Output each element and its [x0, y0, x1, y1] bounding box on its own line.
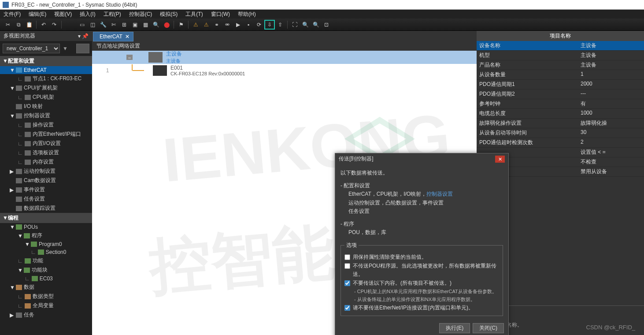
tree-item-io-set[interactable]: ∟内置I/O设置 — [0, 139, 92, 148]
wrench-icon[interactable]: 🔧 — [98, 20, 108, 30]
tree-item-ctrl-set[interactable]: ▼控制器设置 — [0, 111, 92, 120]
crop-icon[interactable]: ⛶ — [289, 20, 300, 30]
checkbox-row-3[interactable]: 不要传送以下内容。(所有项目不被传送。) — [344, 279, 499, 287]
checkbox-row-4[interactable]: 请不要传送EtherNet/IP连接设置(内置端口和单元)。 — [344, 304, 499, 312]
chk-no-transfer[interactable] — [344, 280, 350, 286]
chk-clear-vars[interactable] — [344, 254, 350, 260]
menu-edit[interactable]: 编辑(E) — [29, 11, 46, 18]
cut-icon[interactable]: ✂ — [3, 20, 13, 30]
tree-group-config[interactable]: ▼配置和设置 — [0, 56, 92, 66]
close-icon[interactable]: ✕ — [495, 156, 505, 163]
tree-item-pous[interactable]: ▼POUs — [0, 223, 92, 231]
property-row[interactable]: PDO通信周期2--- — [477, 89, 644, 99]
tab-ethercat[interactable]: EtherCAT ✕ — [93, 32, 133, 41]
tree-item-opt-set[interactable]: ∟选项板设置 — [0, 148, 92, 157]
menu-file[interactable]: 文件(F) — [4, 11, 21, 18]
pin-icon[interactable]: ▾ 📌 — [78, 33, 89, 39]
search-icon[interactable]: 🔍 — [151, 20, 161, 30]
property-row[interactable]: 故障弱化操作设置故障弱化操 — [477, 119, 644, 128]
topo-node1-row[interactable]: 1 E001 CK-FR03-EC128 Rev:0x00000001 — [92, 64, 477, 77]
dialog-titlebar[interactable]: 传送[到控制器] ✕ — [335, 153, 508, 164]
tree-item-task[interactable]: 任务设置 — [0, 194, 92, 204]
zoom-in-icon[interactable]: 🔍 — [300, 20, 311, 30]
tree-item-func[interactable]: ∟功能 — [0, 256, 92, 265]
menu-help[interactable]: 帮助(H) — [238, 11, 256, 18]
zoom-fit-icon[interactable]: ⊡ — [321, 20, 332, 30]
tree-item-data[interactable]: ▼数据 — [0, 283, 92, 292]
property-row[interactable]: PDO通信超时检测次数2 — [477, 138, 644, 148]
network-icon[interactable]: ⊞ — [119, 20, 130, 30]
execute-button[interactable]: 执行(E) — [439, 323, 470, 333]
tree-item-prog[interactable]: ▼程序 — [0, 231, 92, 240]
zoom-out-icon[interactable]: 🔍 — [311, 20, 321, 30]
prop-key: 机型 — [477, 51, 578, 60]
dropdown-icon[interactable]: ▼ — [63, 45, 68, 52]
warn-icon[interactable]: ⚠ — [190, 20, 201, 30]
collapse-icon[interactable]: – — [126, 55, 133, 60]
link-icon[interactable]: ⚭ — [211, 20, 222, 30]
controller-dropdown[interactable]: new_Controller_1 — [3, 44, 60, 53]
tree-item-gvar[interactable]: ∟全局变量 — [0, 301, 92, 310]
menu-sim[interactable]: 模拟(S) — [160, 11, 178, 18]
module-icon[interactable]: ▦ — [140, 20, 151, 30]
tree-item-section0[interactable]: ∟Section0 — [0, 248, 92, 256]
property-row[interactable]: 从设备数量1 — [477, 70, 644, 80]
chk-no-pou-src[interactable] — [344, 263, 350, 269]
tree-item-io-map[interactable]: I/O 映射 — [0, 102, 92, 111]
play-icon[interactable]: ▶ — [233, 20, 243, 30]
menu-controller[interactable]: 控制器(C) — [129, 11, 152, 18]
box-icon[interactable]: ▪ — [243, 20, 254, 30]
checkbox-row-1[interactable]: 用保持属性清除变量的当前值。 — [344, 253, 499, 261]
topo-master-row[interactable]: – 主设备 主设备 — [92, 51, 477, 64]
panel-icon[interactable]: ◫ — [87, 20, 98, 30]
property-row[interactable]: PDO通信周期12000 — [477, 80, 644, 89]
tree-item-enip[interactable]: ∟内置EtherNet/IP端口 — [0, 130, 92, 139]
warn2-icon[interactable]: ⚠ — [201, 20, 211, 30]
stop-icon[interactable]: ⬤ — [161, 20, 172, 30]
tree-item-node1[interactable]: ∟节点1 : CK-FR03-EC — [0, 74, 92, 83]
tree-item-trace[interactable]: 数据跟踪设置 — [0, 204, 92, 213]
menu-insert[interactable]: 插入(I) — [80, 11, 95, 18]
tree-item-mem-set[interactable]: ∟内存设置 — [0, 157, 92, 167]
undo-icon[interactable]: ↶ — [38, 20, 49, 30]
property-row[interactable]: 设备名称主设备 — [477, 41, 644, 51]
sync-icon[interactable]: ⟳ — [254, 20, 264, 30]
chip-icon[interactable]: ▣ — [130, 20, 140, 30]
link2-icon[interactable]: ⚮ — [222, 20, 233, 30]
property-row[interactable]: 参考时钟有 — [477, 99, 644, 109]
property-row[interactable]: 电缆总长度1000 — [477, 109, 644, 119]
checkbox-row-2[interactable]: 不传送POU程序源。当此选项被更改时，所有数据将被重新传送。 — [344, 262, 499, 279]
tree-item-motion[interactable]: ▶运动控制设置 — [0, 167, 92, 176]
menu-project[interactable]: 工程(P) — [104, 11, 121, 18]
menu-view[interactable]: 视图(V) — [54, 11, 72, 18]
tree-item-ec03[interactable]: ∟EC03 — [0, 275, 92, 283]
close-button[interactable]: 关闭(C) — [473, 323, 504, 333]
tree-item-op-set[interactable]: ∟操作设置 — [0, 120, 92, 130]
tree-item-program0[interactable]: ▼Program0 — [0, 240, 92, 248]
slave-device-icon — [153, 65, 167, 76]
flag-icon[interactable]: ⚑ — [176, 20, 186, 30]
transfer-down-icon[interactable]: ⇩ — [264, 20, 275, 30]
window-icon[interactable]: ▭ — [77, 20, 87, 30]
tree-item-cpu-rack[interactable]: ▼CPU/扩展机架 — [0, 83, 92, 93]
tree-item-cpu-sub[interactable]: ∟CPU机架 — [0, 93, 92, 102]
tree-item-ethercat[interactable]: ▼EtherCAT — [0, 66, 92, 74]
property-row[interactable]: 从设备启动等待时间30 — [477, 128, 644, 138]
tree-item-dtype[interactable]: ∟数据类型 — [0, 292, 92, 301]
tree-item-fblock[interactable]: ▼功能块 — [0, 265, 92, 275]
paste-icon[interactable]: 📋 — [24, 20, 34, 30]
menu-tools[interactable]: 工具(T) — [185, 11, 203, 18]
menu-window[interactable]: 窗口(W) — [211, 11, 230, 18]
cut2-icon[interactable]: ✄ — [108, 20, 119, 30]
close-icon[interactable]: ✕ — [125, 34, 130, 40]
tree-item-event[interactable]: ▶事件设置 — [0, 185, 92, 194]
tree-item-cam[interactable]: Cam数据设置 — [0, 176, 92, 185]
property-row[interactable]: 机型主设备 — [477, 51, 644, 60]
copy-icon[interactable]: ⧉ — [13, 20, 24, 30]
redo-icon[interactable]: ↷ — [49, 20, 59, 30]
transfer-up-icon[interactable]: ⇧ — [275, 20, 285, 30]
property-row[interactable]: 产品名称主设备 — [477, 60, 644, 70]
tree-group-programming[interactable]: ▼编程 — [0, 213, 92, 223]
tree-item-taskg[interactable]: ▶任务 — [0, 310, 92, 320]
chk-no-enip[interactable] — [344, 305, 350, 311]
